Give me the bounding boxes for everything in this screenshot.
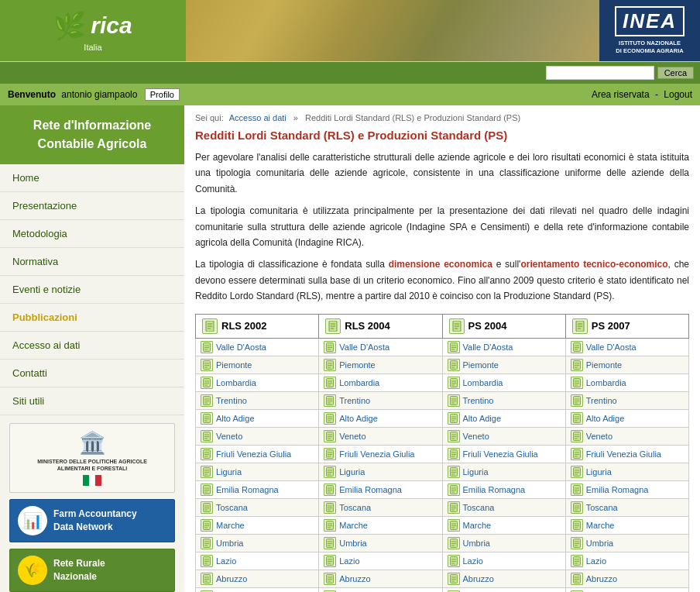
region-cell[interactable]: Toscana: [442, 498, 565, 516]
region-cell[interactable]: Lombardia: [319, 373, 442, 391]
region-link[interactable]: Abruzzo: [339, 574, 370, 583]
region-cell[interactable]: Umbria: [319, 534, 442, 552]
region-cell[interactable]: Valle D'Aosta: [565, 338, 688, 356]
region-link[interactable]: Lombardia: [586, 378, 626, 387]
region-link[interactable]: Friuli Venezia Giulia: [216, 449, 291, 459]
region-cell[interactable]: Trentino: [442, 391, 565, 409]
region-cell[interactable]: Toscana: [565, 498, 688, 516]
region-cell[interactable]: Toscana: [196, 498, 319, 516]
region-link[interactable]: Piemonte: [586, 360, 622, 370]
region-cell[interactable]: Alto Adige: [319, 409, 442, 427]
region-link[interactable]: Valle D'Aosta: [463, 342, 513, 352]
region-link[interactable]: Marche: [586, 521, 615, 530]
region-cell[interactable]: Veneto: [442, 427, 565, 445]
breadcrumb-link[interactable]: Accesso ai dati: [229, 113, 287, 122]
region-cell[interactable]: Emilia Romagna: [442, 480, 565, 498]
region-link[interactable]: Emilia Romagna: [339, 485, 402, 494]
region-cell[interactable]: Marche: [196, 516, 319, 534]
region-link[interactable]: Lombardia: [463, 378, 503, 387]
region-cell[interactable]: Toscana: [319, 498, 442, 516]
rete-rurale-badge[interactable]: 🌾 Rete RuraleNazionale: [9, 549, 175, 592]
region-cell[interactable]: Abruzzo: [196, 570, 319, 587]
region-cell[interactable]: Liguria: [565, 463, 688, 480]
region-link[interactable]: Abruzzo: [463, 574, 494, 583]
region-link[interactable]: Veneto: [339, 432, 365, 441]
region-link[interactable]: Valle D'Aosta: [339, 342, 389, 352]
region-cell[interactable]: Umbria: [196, 534, 319, 552]
region-cell[interactable]: Trentino: [319, 391, 442, 409]
region-link[interactable]: Toscana: [216, 503, 248, 512]
region-link[interactable]: Piemonte: [339, 360, 375, 370]
region-cell[interactable]: Alto Adige: [196, 409, 319, 427]
sidebar-item-siti-utili[interactable]: Siti utili: [0, 387, 184, 415]
region-link[interactable]: Toscana: [586, 503, 618, 512]
region-link[interactable]: Piemonte: [216, 360, 252, 370]
region-cell[interactable]: Liguria: [196, 463, 319, 480]
logout-link[interactable]: Logout: [664, 89, 692, 100]
region-link[interactable]: Liguria: [463, 467, 489, 477]
region-link[interactable]: Liguria: [586, 467, 612, 477]
region-cell[interactable]: Piemonte: [196, 356, 319, 373]
sidebar-item-home[interactable]: Home: [0, 164, 184, 192]
region-link[interactable]: Veneto: [463, 432, 489, 441]
fadn-badge[interactable]: 📊 Farm Accountancy Data Network: [9, 499, 175, 542]
sidebar-item-metodologia[interactable]: Metodologia: [0, 220, 184, 248]
region-link[interactable]: Friuli Venezia Giulia: [463, 449, 538, 459]
region-cell[interactable]: Abruzzo: [565, 570, 688, 587]
region-link[interactable]: Lazio: [463, 556, 483, 566]
region-cell[interactable]: Friuli Venezia Giulia: [196, 445, 319, 463]
region-cell[interactable]: Piemonte: [319, 356, 442, 373]
region-link[interactable]: Trentino: [586, 396, 617, 405]
region-link[interactable]: Emilia Romagna: [463, 485, 526, 494]
dimensione-link[interactable]: dimensione economica: [389, 259, 492, 270]
region-link[interactable]: Piemonte: [463, 360, 499, 370]
region-cell[interactable]: Lombardia: [442, 373, 565, 391]
region-link[interactable]: Liguria: [216, 467, 242, 477]
region-link[interactable]: Trentino: [216, 396, 247, 405]
region-link[interactable]: Lombardia: [216, 378, 256, 387]
region-cell[interactable]: Lombardia: [565, 373, 688, 391]
region-cell[interactable]: Alto Adige: [442, 409, 565, 427]
region-link[interactable]: Friuli Venezia Giulia: [339, 449, 414, 459]
region-cell[interactable]: Abruzzo: [442, 570, 565, 587]
region-link[interactable]: Veneto: [216, 432, 242, 441]
region-link[interactable]: Alto Adige: [463, 414, 502, 423]
region-link[interactable]: Lazio: [339, 556, 359, 566]
sidebar-item-normativa[interactable]: Normativa: [0, 248, 184, 276]
region-link[interactable]: Lazio: [216, 556, 236, 566]
region-link[interactable]: Lombardia: [339, 378, 379, 387]
search-input[interactable]: [546, 66, 654, 80]
sidebar-item-eventi[interactable]: Eventi e notizie: [0, 276, 184, 304]
region-link[interactable]: Umbria: [586, 539, 613, 548]
region-cell[interactable]: Alto Adige: [565, 409, 688, 427]
sidebar-item-presentazione[interactable]: Presentazione: [0, 192, 184, 220]
orientamento-link[interactable]: orientamento tecnico-economico: [520, 259, 667, 270]
region-cell[interactable]: Liguria: [442, 463, 565, 480]
region-cell[interactable]: Emilia Romagna: [196, 480, 319, 498]
region-link[interactable]: Valle D'Aosta: [586, 342, 637, 352]
region-link[interactable]: Valle D'Aosta: [216, 342, 266, 352]
region-link[interactable]: Toscana: [339, 503, 371, 512]
region-link[interactable]: Umbria: [339, 539, 366, 548]
region-cell[interactable]: Marche: [565, 516, 688, 534]
region-link[interactable]: Lazio: [586, 556, 606, 566]
region-cell[interactable]: Veneto: [565, 427, 688, 445]
search-button[interactable]: Cerca: [657, 67, 694, 79]
region-cell[interactable]: Emilia Romagna: [319, 480, 442, 498]
region-link[interactable]: Liguria: [339, 467, 365, 477]
region-cell[interactable]: Valle D'Aosta: [196, 338, 319, 356]
region-cell[interactable]: Piemonte: [442, 356, 565, 373]
region-cell[interactable]: Liguria: [319, 463, 442, 480]
region-cell[interactable]: Abruzzo: [319, 570, 442, 587]
region-cell[interactable]: Marche: [319, 516, 442, 534]
region-cell[interactable]: Veneto: [196, 427, 319, 445]
region-cell[interactable]: Friuli Venezia Giulia: [565, 445, 688, 463]
region-cell[interactable]: Lazio: [196, 552, 319, 570]
region-cell[interactable]: Molise: [196, 587, 319, 592]
region-link[interactable]: Emilia Romagna: [216, 485, 279, 494]
area-riservata-link[interactable]: Area riservata: [592, 89, 650, 100]
region-cell[interactable]: Valle D'Aosta: [442, 338, 565, 356]
profile-link[interactable]: Profilo: [145, 88, 180, 101]
region-link[interactable]: Abruzzo: [586, 574, 617, 583]
region-link[interactable]: Trentino: [339, 396, 370, 405]
